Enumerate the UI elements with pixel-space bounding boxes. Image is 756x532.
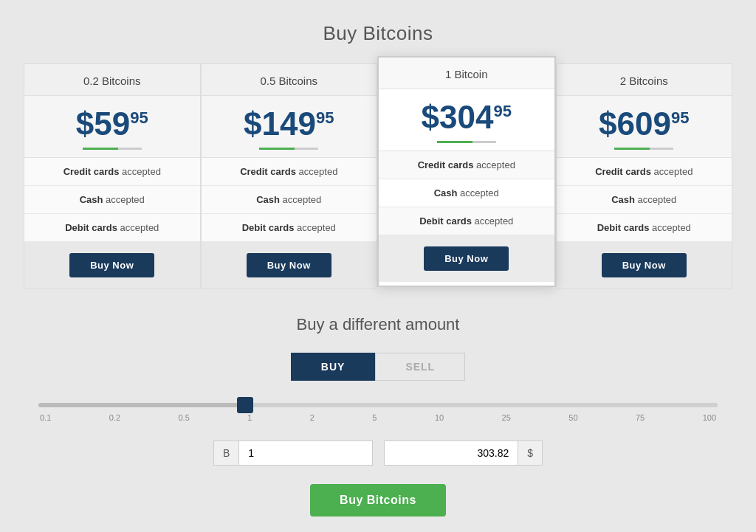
feature-bold-debit-1: Debit cards	[419, 215, 472, 227]
slider-label-50: 50	[568, 413, 577, 422]
usd-input-group: $	[384, 441, 543, 466]
price-dollar-2: $609	[599, 106, 671, 142]
buy-now-button-1[interactable]: Buy Now	[424, 246, 509, 271]
slider-label-5: 5	[372, 413, 377, 422]
feature-bold-debit-02: Debit cards	[65, 222, 117, 233]
pricing-card-05: 0.5 Bitcoins $14995 Credit cards accepte…	[201, 63, 378, 289]
price-dollar-1: $304	[422, 99, 494, 135]
amount-input-row: B $	[24, 441, 732, 466]
btn-section-02: Buy Now	[24, 242, 200, 289]
buy-now-button-02[interactable]: Buy Now	[69, 253, 154, 277]
price-cents-1: 95	[493, 102, 511, 120]
price-dollar-05: $149	[244, 106, 316, 142]
feature-credit-2: Credit cards accepted	[557, 158, 732, 186]
feature-bold-debit-05: Debit cards	[242, 222, 295, 233]
card-title-2: 2 Bitcoins	[620, 75, 668, 87]
feature-bold-credit-02: Credit cards	[63, 166, 120, 177]
card-header-02: 0.2 Bitcoins	[24, 64, 200, 96]
buy-sell-toggle: BUY SELL	[24, 353, 732, 381]
price-main-05: $14995	[244, 106, 334, 142]
different-amount-title: Buy a different amount	[24, 315, 732, 334]
feature-debit-1: Debit cards accepted	[379, 207, 554, 235]
different-amount-section: Buy a different amount BUY SELL 0.1 0.2 …	[24, 315, 732, 517]
price-section-02: $5995	[24, 96, 200, 158]
feature-bold-cash-02: Cash	[80, 194, 103, 205]
price-section-2: $60995	[557, 96, 732, 158]
btn-section-1: Buy Now	[379, 235, 554, 282]
price-dollar-02: $59	[76, 106, 130, 142]
pricing-card-02: 0.2 Bitcoins $5995 Credit cards accepted…	[24, 63, 201, 289]
feature-bold-cash-1: Cash	[434, 187, 458, 198]
slider-label-75: 75	[636, 413, 645, 422]
slider-label-01: 0.1	[40, 413, 51, 422]
price-section-1: $30495	[379, 89, 554, 151]
buy-bitcoins-button[interactable]: Buy Bitcoins	[310, 484, 446, 517]
price-main-1: $30495	[422, 99, 512, 135]
slider-label-2: 2	[310, 413, 315, 422]
price-cents-2: 95	[671, 108, 689, 127]
buy-toggle-button[interactable]: BUY	[291, 353, 376, 381]
feature-credit-02: Credit cards accepted	[24, 158, 200, 186]
slider-label-05: 0.5	[178, 413, 189, 422]
amount-slider-section: 0.1 0.2 0.5 1 2 5 10 25 50 75 100	[24, 403, 732, 422]
price-section-05: $14995	[202, 96, 377, 158]
slider-label-25: 25	[502, 413, 511, 422]
feature-debit-02: Debit cards accepted	[24, 214, 200, 242]
card-title-05: 0.5 Bitcoins	[260, 75, 317, 87]
feature-bold-cash-05: Cash	[256, 194, 280, 205]
pricing-card-2: 2 Bitcoins $60995 Credit cards accepted …	[556, 63, 733, 289]
feature-debit-05: Debit cards accepted	[202, 214, 377, 242]
usd-suffix: $	[518, 441, 542, 465]
btn-section-05: Buy Now	[202, 242, 377, 289]
slider-labels: 0.1 0.2 0.5 1 2 5 10 25 50 75 100	[38, 413, 718, 422]
price-main-2: $60995	[599, 106, 689, 142]
feature-credit-05: Credit cards accepted	[202, 158, 377, 186]
buy-now-button-2[interactable]: Buy Now	[602, 253, 687, 277]
page-title: Buy Bitcoins	[323, 22, 433, 45]
feature-bold-credit-05: Credit cards	[240, 166, 296, 177]
price-cents-05: 95	[316, 108, 334, 127]
feature-bold-credit-1: Credit cards	[418, 159, 474, 170]
slider-label-02: 0.2	[109, 413, 120, 422]
buy-now-button-05[interactable]: Buy Now	[247, 253, 331, 277]
feature-bold-cash-2: Cash	[611, 194, 635, 205]
feature-cash-05: Cash accepted	[202, 186, 377, 214]
pricing-cards-container: 0.2 Bitcoins $5995 Credit cards accepted…	[24, 63, 732, 289]
price-divider-2	[614, 148, 673, 150]
feature-cash-2: Cash accepted	[557, 186, 732, 214]
pricing-card-1: 1 Bitcoin $30495 Credit cards accepted C…	[377, 56, 556, 287]
sell-toggle-button[interactable]: SELL	[375, 353, 465, 381]
btn-section-2: Buy Now	[557, 242, 732, 289]
feature-debit-2: Debit cards accepted	[557, 214, 732, 242]
slider-label-10: 10	[435, 413, 444, 422]
price-main-02: $5995	[76, 106, 148, 142]
card-title-02: 0.2 Bitcoins	[83, 75, 141, 87]
feature-credit-1: Credit cards accepted	[379, 151, 554, 179]
card-header-2: 2 Bitcoins	[557, 64, 732, 96]
slider-label-100: 100	[703, 413, 716, 422]
feature-cash-1: Cash accepted	[379, 179, 554, 207]
price-divider-02	[83, 148, 142, 150]
card-title-1: 1 Bitcoin	[445, 68, 488, 80]
amount-slider[interactable]	[38, 403, 718, 407]
feature-bold-debit-2: Debit cards	[597, 222, 650, 233]
slider-label-1: 1	[247, 413, 252, 422]
price-divider-05	[259, 148, 318, 150]
btc-amount-input[interactable]	[239, 441, 372, 465]
btc-prefix: B	[214, 441, 239, 465]
feature-cash-02: Cash accepted	[24, 186, 200, 214]
price-cents-02: 95	[130, 108, 148, 127]
price-divider-1	[437, 141, 496, 143]
feature-bold-credit-2: Credit cards	[595, 166, 651, 177]
card-header-1: 1 Bitcoin	[379, 58, 554, 89]
usd-amount-input[interactable]	[385, 441, 518, 465]
card-header-05: 0.5 Bitcoins	[202, 64, 377, 96]
btc-input-group: B	[213, 441, 373, 466]
